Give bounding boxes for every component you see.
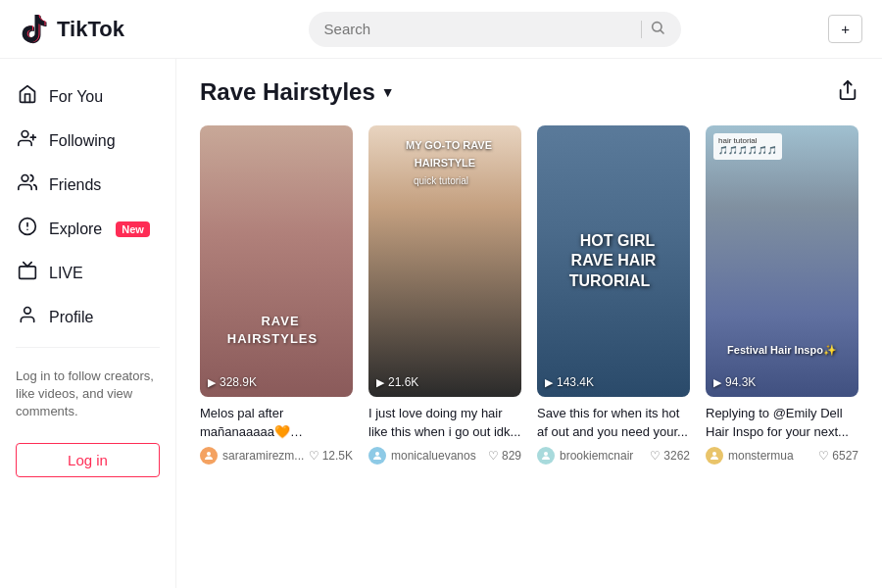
main-content: Rave Hairstyles ▼ RAVEHAIRSTYLES (176, 59, 882, 588)
svg-rect-9 (20, 267, 36, 279)
creator-info-2: monicaluevanos (368, 447, 476, 465)
page-header: Rave Hairstyles ▼ (200, 78, 858, 106)
explore-icon (16, 217, 39, 241)
following-icon (16, 128, 39, 153)
play-icon-4: ▶ (713, 376, 721, 389)
sidebar-label-following: Following (49, 132, 116, 150)
thumb-overlay-1: RAVEHAIRSTYLES (200, 125, 353, 397)
thumb-text-1: RAVEHAIRSTYLES (227, 306, 325, 355)
heart-icon-2: ♡ (488, 449, 499, 463)
svg-point-15 (712, 452, 716, 456)
sidebar-label-explore: Explore (49, 220, 102, 238)
search-input[interactable] (324, 21, 633, 37)
thumb-text-3: HOT GIRLRAVE HAIRTURORIAL (569, 223, 659, 297)
svg-point-2 (22, 131, 28, 138)
sidebar-item-friends[interactable]: Friends (0, 163, 175, 207)
search-button[interactable] (650, 20, 665, 39)
page-title-area: Rave Hairstyles ▼ (200, 78, 395, 106)
heart-icon-3: ♡ (650, 449, 661, 463)
thumb-overlay-3: HOT GIRLRAVE HAIRTURORIAL (537, 125, 690, 397)
thumbnail-1: RAVEHAIRSTYLES ▶ 328.9K (200, 125, 353, 397)
video-desc-3: Save this for when its hot af out and yo… (537, 405, 690, 440)
thumb-overlay-4: hair tutorial🎵🎵🎵🎵🎵🎵 Festival Hair Inspo✨ (706, 125, 858, 397)
sidebar-item-profile[interactable]: Profile (0, 295, 175, 339)
sidebar-item-live[interactable]: LIVE (0, 251, 175, 295)
upload-button[interactable]: + (828, 15, 862, 43)
sidebar-item-following[interactable]: Following (0, 119, 175, 163)
creator-info-1: sararamirezm... (200, 447, 304, 465)
video-meta-3: brookiemcnair ♡ 3262 (537, 447, 690, 465)
layout: For You Following (0, 59, 882, 588)
thumbnail-4: hair tutorial🎵🎵🎵🎵🎵🎵 Festival Hair Inspo✨… (706, 125, 858, 397)
sidebar-label-live: LIVE (49, 265, 83, 282)
tiktok-logo-icon (20, 14, 51, 45)
play-count-1: ▶ 328.9K (208, 375, 257, 389)
video-card-3[interactable]: HOT GIRLRAVE HAIRTURORIAL ▶ 143.4K Save … (537, 125, 690, 465)
thumb-text-2: MY GO-TO RAVE HAIRSTYLEquick tutorial (398, 131, 492, 194)
search-bar (309, 12, 681, 47)
search-icon (650, 20, 665, 35)
thumb-overlay-2: MY GO-TO RAVE HAIRSTYLEquick tutorial (368, 125, 521, 397)
video-meta-4: monstermua ♡ 6527 (706, 447, 858, 465)
video-desc-2: I just love doing my hair like this when… (368, 405, 521, 440)
heart-icon-4: ♡ (818, 449, 829, 463)
svg-point-10 (24, 308, 31, 315)
header: TikTok + (0, 0, 882, 59)
svg-point-13 (375, 452, 379, 456)
video-meta-1: sararamirezm... ♡ 12.5K (200, 447, 353, 465)
sidebar-item-for-you[interactable]: For You (0, 74, 175, 119)
video-desc-1: Melos pal after mañanaaaaa🧡 #hairstyle..… (200, 405, 353, 440)
svg-point-5 (22, 175, 28, 182)
svg-line-1 (661, 30, 663, 33)
thumbnail-2: MY GO-TO RAVE HAIRSTYLEquick tutorial ▶ … (368, 125, 521, 397)
video-meta-2: monicaluevanos ♡ 829 (368, 447, 521, 465)
profile-icon (16, 305, 39, 329)
sidebar-item-explore[interactable]: Explore New (0, 207, 175, 251)
page-title: Rave Hairstyles (200, 78, 375, 106)
share-icon[interactable] (837, 79, 858, 106)
creator-avatar-4 (706, 447, 723, 465)
svg-point-12 (207, 452, 211, 456)
creator-info-3: brookiemcnair (537, 447, 633, 465)
video-grid: RAVEHAIRSTYLES ▶ 328.9K Melos pal after … (200, 125, 858, 465)
play-icon-1: ▶ (208, 376, 216, 389)
creator-avatar-3 (537, 447, 555, 465)
friends-icon (16, 172, 39, 197)
play-count-2: ▶ 21.6K (376, 375, 418, 389)
creator-name-3: brookiemcnair (560, 449, 633, 463)
login-button[interactable]: Log in (16, 443, 160, 477)
live-icon (16, 261, 39, 285)
thumb-text-4: Festival Hair Inspo✨ (719, 336, 845, 364)
play-icon-2: ▶ (376, 376, 384, 389)
svg-point-14 (544, 452, 548, 456)
chevron-down-icon[interactable]: ▼ (381, 84, 395, 100)
play-count-3: ▶ 143.4K (545, 375, 594, 389)
sidebar-divider (16, 347, 160, 348)
video-desc-4: Replying to @Emily Dell Hair Inspo for y… (706, 405, 858, 440)
creator-name-2: monicaluevanos (391, 449, 476, 463)
video-card-2[interactable]: MY GO-TO RAVE HAIRSTYLEquick tutorial ▶ … (368, 125, 521, 465)
logo-area: TikTok (20, 14, 176, 45)
search-divider (641, 21, 642, 38)
sidebar-label-for-you: For You (49, 88, 103, 106)
thumbnail-3: HOT GIRLRAVE HAIRTURORIAL ▶ 143.4K (537, 125, 690, 397)
like-info-1: ♡ 12.5K (309, 449, 353, 463)
play-icon-3: ▶ (545, 376, 553, 389)
like-info-3: ♡ 3262 (650, 449, 690, 463)
creator-name-4: monstermua (728, 449, 794, 463)
creator-name-1: sararamirezm... (222, 449, 304, 463)
logo-text: TikTok (57, 17, 124, 42)
creator-info-4: monstermua (706, 447, 794, 465)
home-icon (16, 84, 39, 109)
sidebar-label-profile: Profile (49, 309, 93, 326)
video-card-1[interactable]: RAVEHAIRSTYLES ▶ 328.9K Melos pal after … (200, 125, 353, 465)
search-container (176, 12, 812, 47)
creator-avatar-1 (200, 447, 218, 465)
like-info-2: ♡ 829 (488, 449, 521, 463)
play-count-4: ▶ 94.3K (713, 375, 756, 389)
sidebar-label-friends: Friends (49, 176, 101, 194)
creator-avatar-2 (368, 447, 386, 465)
video-card-4[interactable]: hair tutorial🎵🎵🎵🎵🎵🎵 Festival Hair Inspo✨… (706, 125, 858, 465)
like-info-4: ♡ 6527 (818, 449, 858, 463)
login-prompt-text: Log in to follow creators, like videos, … (0, 356, 175, 433)
